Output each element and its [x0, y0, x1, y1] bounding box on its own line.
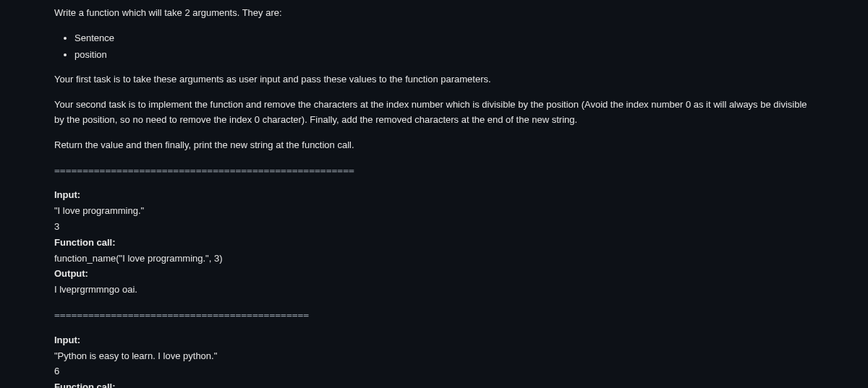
example-block-2: Input: "Python is easy to learn. I love … [54, 333, 814, 388]
input-value: "Python is easy to learn. I love python.… [54, 349, 814, 364]
problem-statement: Write a function which will take 2 argum… [54, 6, 814, 388]
task-paragraph: Your first task is to take these argumen… [54, 72, 814, 87]
separator: ========================================… [54, 163, 814, 178]
task-paragraph: Your second task is to implement the fun… [54, 98, 814, 128]
arguments-list: Sentence position [54, 31, 814, 63]
function-call-label: Function call: [54, 380, 814, 388]
output-value: I lveprgrmmngo oai. [54, 283, 814, 298]
example-block-1: Input: "I love programming." 3 Function … [54, 188, 814, 298]
arg-item: position [75, 48, 814, 63]
separator: ========================================… [54, 308, 814, 323]
input-value: 6 [54, 364, 814, 379]
arg-item: Sentence [75, 31, 814, 46]
input-value: 3 [54, 220, 814, 235]
function-call-value: function_name("I love programming.", 3) [54, 251, 814, 267]
output-label: Output: [54, 267, 814, 282]
input-label: Input: [54, 333, 814, 348]
task-paragraph: Return the value and then finally, print… [54, 138, 814, 153]
function-call-label: Function call: [54, 236, 814, 251]
input-value: "I love programming." [54, 204, 814, 219]
intro-paragraph: Write a function which will take 2 argum… [54, 6, 814, 21]
input-label: Input: [54, 188, 814, 203]
